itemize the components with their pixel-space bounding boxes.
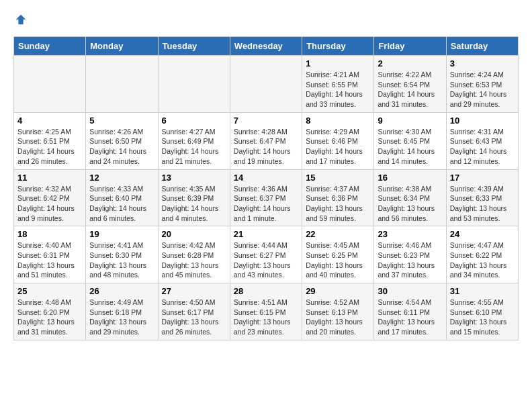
- day-info: Sunrise: 4:27 AM Sunset: 6:49 PM Dayligh…: [162, 127, 226, 167]
- day-number: 6: [162, 116, 226, 126]
- day-number: 30: [378, 286, 442, 296]
- calendar-cell: 5Sunrise: 4:26 AM Sunset: 6:50 PM Daylig…: [86, 112, 158, 169]
- day-number: 27: [162, 286, 226, 296]
- calendar-cell: 12Sunrise: 4:33 AM Sunset: 6:40 PM Dayli…: [86, 169, 158, 226]
- calendar-week-5: 25Sunrise: 4:48 AM Sunset: 6:20 PM Dayli…: [14, 283, 519, 340]
- calendar-cell: 16Sunrise: 4:38 AM Sunset: 6:34 PM Dayli…: [374, 169, 446, 226]
- calendar-cell: 22Sunrise: 4:45 AM Sunset: 6:25 PM Dayli…: [302, 226, 374, 283]
- calendar-week-4: 18Sunrise: 4:40 AM Sunset: 6:31 PM Dayli…: [14, 226, 519, 283]
- day-info: Sunrise: 4:44 AM Sunset: 6:27 PM Dayligh…: [234, 240, 298, 280]
- calendar-cell: 24Sunrise: 4:47 AM Sunset: 6:22 PM Dayli…: [446, 226, 518, 283]
- day-info: Sunrise: 4:38 AM Sunset: 6:34 PM Dayligh…: [378, 184, 442, 224]
- svg-marker-0: [16, 15, 26, 24]
- day-number: 9: [378, 116, 442, 126]
- day-number: 7: [234, 116, 298, 126]
- day-number: 12: [89, 173, 154, 183]
- day-info: Sunrise: 4:22 AM Sunset: 6:54 PM Dayligh…: [378, 70, 442, 109]
- calendar-cell: [14, 56, 86, 113]
- calendar-cell: 26Sunrise: 4:49 AM Sunset: 6:18 PM Dayli…: [86, 283, 158, 340]
- day-number: 17: [450, 173, 515, 183]
- calendar-week-3: 11Sunrise: 4:32 AM Sunset: 6:42 PM Dayli…: [14, 169, 519, 226]
- day-number: 21: [234, 229, 298, 239]
- calendar-week-2: 4Sunrise: 4:25 AM Sunset: 6:51 PM Daylig…: [14, 112, 519, 169]
- calendar-cell: 31Sunrise: 4:55 AM Sunset: 6:10 PM Dayli…: [446, 283, 518, 340]
- day-info: Sunrise: 4:51 AM Sunset: 6:15 PM Dayligh…: [234, 298, 298, 337]
- day-info: Sunrise: 4:31 AM Sunset: 6:43 PM Dayligh…: [450, 127, 515, 167]
- day-info: Sunrise: 4:40 AM Sunset: 6:31 PM Dayligh…: [17, 240, 82, 280]
- day-info: Sunrise: 4:29 AM Sunset: 6:46 PM Dayligh…: [306, 127, 370, 167]
- day-info: Sunrise: 4:52 AM Sunset: 6:13 PM Dayligh…: [306, 298, 370, 337]
- weekday-header-sunday: Sunday: [14, 37, 86, 56]
- calendar-cell: 30Sunrise: 4:54 AM Sunset: 6:11 PM Dayli…: [374, 283, 446, 340]
- day-info: Sunrise: 4:26 AM Sunset: 6:50 PM Dayligh…: [89, 127, 154, 167]
- day-info: Sunrise: 4:30 AM Sunset: 6:45 PM Dayligh…: [378, 127, 442, 167]
- day-info: Sunrise: 4:45 AM Sunset: 6:25 PM Dayligh…: [306, 240, 370, 280]
- day-number: 2: [378, 58, 442, 68]
- day-info: Sunrise: 4:37 AM Sunset: 6:36 PM Dayligh…: [306, 184, 370, 224]
- calendar-cell: [230, 56, 302, 113]
- day-info: Sunrise: 4:39 AM Sunset: 6:33 PM Dayligh…: [450, 184, 515, 224]
- calendar-cell: 18Sunrise: 4:40 AM Sunset: 6:31 PM Dayli…: [14, 226, 86, 283]
- day-info: Sunrise: 4:42 AM Sunset: 6:28 PM Dayligh…: [162, 240, 226, 280]
- day-info: Sunrise: 4:49 AM Sunset: 6:18 PM Dayligh…: [89, 298, 154, 337]
- day-info: Sunrise: 4:55 AM Sunset: 6:10 PM Dayligh…: [450, 298, 515, 337]
- day-number: 18: [17, 229, 82, 239]
- calendar-cell: 15Sunrise: 4:37 AM Sunset: 6:36 PM Dayli…: [302, 169, 374, 226]
- day-info: Sunrise: 4:33 AM Sunset: 6:40 PM Dayligh…: [89, 184, 154, 224]
- weekday-header-wednesday: Wednesday: [230, 37, 302, 56]
- day-info: Sunrise: 4:24 AM Sunset: 6:53 PM Dayligh…: [450, 70, 515, 109]
- day-info: Sunrise: 4:21 AM Sunset: 6:55 PM Dayligh…: [306, 70, 370, 109]
- day-info: Sunrise: 4:41 AM Sunset: 6:30 PM Dayligh…: [89, 240, 154, 280]
- day-number: 20: [162, 229, 226, 239]
- day-info: Sunrise: 4:47 AM Sunset: 6:22 PM Dayligh…: [450, 240, 515, 280]
- calendar-cell: 14Sunrise: 4:36 AM Sunset: 6:37 PM Dayli…: [230, 169, 302, 226]
- weekday-header-monday: Monday: [86, 37, 158, 56]
- day-number: 23: [378, 229, 442, 239]
- day-number: 10: [450, 116, 515, 126]
- day-number: 19: [89, 229, 154, 239]
- day-info: Sunrise: 4:48 AM Sunset: 6:20 PM Dayligh…: [17, 298, 82, 337]
- day-info: Sunrise: 4:46 AM Sunset: 6:23 PM Dayligh…: [378, 240, 442, 280]
- calendar-cell: 4Sunrise: 4:25 AM Sunset: 6:51 PM Daylig…: [14, 112, 86, 169]
- calendar-cell: 3Sunrise: 4:24 AM Sunset: 6:53 PM Daylig…: [446, 56, 518, 113]
- day-number: 3: [450, 58, 515, 68]
- calendar-cell: 29Sunrise: 4:52 AM Sunset: 6:13 PM Dayli…: [302, 283, 374, 340]
- day-number: 8: [306, 116, 370, 126]
- logo: [13, 13, 27, 26]
- calendar-cell: 20Sunrise: 4:42 AM Sunset: 6:28 PM Dayli…: [158, 226, 230, 283]
- day-number: 5: [89, 116, 154, 126]
- calendar-cell: 9Sunrise: 4:30 AM Sunset: 6:45 PM Daylig…: [374, 112, 446, 169]
- weekday-header-tuesday: Tuesday: [158, 37, 230, 56]
- calendar-cell: 1Sunrise: 4:21 AM Sunset: 6:55 PM Daylig…: [302, 56, 374, 113]
- calendar-cell: 6Sunrise: 4:27 AM Sunset: 6:49 PM Daylig…: [158, 112, 230, 169]
- calendar-cell: 23Sunrise: 4:46 AM Sunset: 6:23 PM Dayli…: [374, 226, 446, 283]
- day-info: Sunrise: 4:50 AM Sunset: 6:17 PM Dayligh…: [162, 298, 226, 337]
- day-info: Sunrise: 4:32 AM Sunset: 6:42 PM Dayligh…: [17, 184, 82, 224]
- logo-icon: [15, 13, 27, 26]
- day-number: 16: [378, 173, 442, 183]
- day-number: 14: [234, 173, 298, 183]
- calendar-cell: 17Sunrise: 4:39 AM Sunset: 6:33 PM Dayli…: [446, 169, 518, 226]
- day-info: Sunrise: 4:25 AM Sunset: 6:51 PM Dayligh…: [17, 127, 82, 167]
- calendar-header: SundayMondayTuesdayWednesdayThursdayFrid…: [14, 37, 519, 56]
- day-number: 1: [306, 58, 370, 68]
- calendar-cell: 11Sunrise: 4:32 AM Sunset: 6:42 PM Dayli…: [14, 169, 86, 226]
- day-number: 28: [234, 286, 298, 296]
- day-number: 4: [17, 116, 82, 126]
- day-number: 25: [17, 286, 82, 296]
- calendar-cell: 2Sunrise: 4:22 AM Sunset: 6:54 PM Daylig…: [374, 56, 446, 113]
- day-number: 24: [450, 229, 515, 239]
- calendar-cell: 7Sunrise: 4:28 AM Sunset: 6:47 PM Daylig…: [230, 112, 302, 169]
- day-number: 29: [306, 286, 370, 296]
- calendar-cell: 21Sunrise: 4:44 AM Sunset: 6:27 PM Dayli…: [230, 226, 302, 283]
- day-number: 31: [450, 286, 515, 296]
- calendar-cell: 27Sunrise: 4:50 AM Sunset: 6:17 PM Dayli…: [158, 283, 230, 340]
- weekday-header-thursday: Thursday: [302, 37, 374, 56]
- calendar-cell: [158, 56, 230, 113]
- day-info: Sunrise: 4:35 AM Sunset: 6:39 PM Dayligh…: [162, 184, 226, 224]
- calendar-week-1: 1Sunrise: 4:21 AM Sunset: 6:55 PM Daylig…: [14, 56, 519, 113]
- page-header: [13, 13, 519, 26]
- calendar-cell: [86, 56, 158, 113]
- calendar-cell: 10Sunrise: 4:31 AM Sunset: 6:43 PM Dayli…: [446, 112, 518, 169]
- calendar-cell: 13Sunrise: 4:35 AM Sunset: 6:39 PM Dayli…: [158, 169, 230, 226]
